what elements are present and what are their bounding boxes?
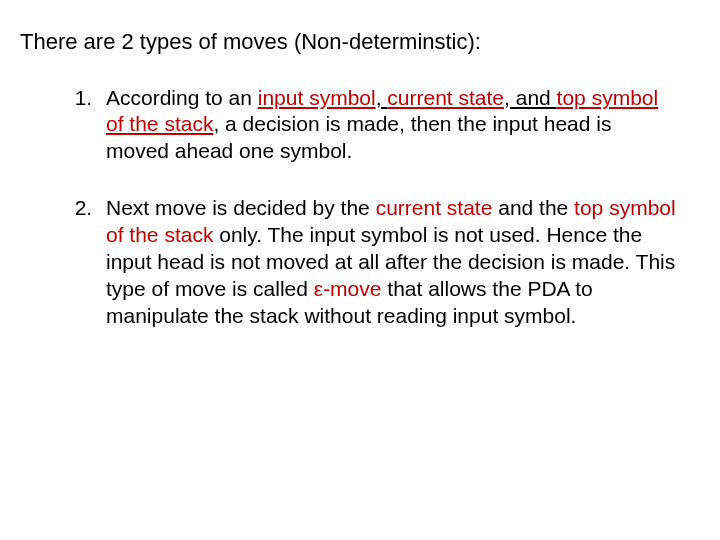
text: Next move is decided by the bbox=[106, 196, 376, 219]
text: and the bbox=[492, 196, 574, 219]
highlight-text: current state bbox=[387, 86, 504, 109]
text: According to an bbox=[106, 86, 258, 109]
highlight-text: input symbol bbox=[258, 86, 376, 109]
list-item: According to an input symbol, current st… bbox=[98, 85, 680, 166]
slide: There are 2 types of moves (Non-determin… bbox=[0, 0, 720, 540]
move-types-list: According to an input symbol, current st… bbox=[20, 85, 680, 330]
text: , and bbox=[504, 86, 557, 109]
text: , bbox=[376, 86, 388, 109]
list-item: Next move is decided by the current stat… bbox=[98, 195, 680, 329]
highlight-text: current state bbox=[376, 196, 493, 219]
highlight-text: ε-move bbox=[314, 277, 382, 300]
slide-title: There are 2 types of moves (Non-determin… bbox=[20, 28, 680, 57]
